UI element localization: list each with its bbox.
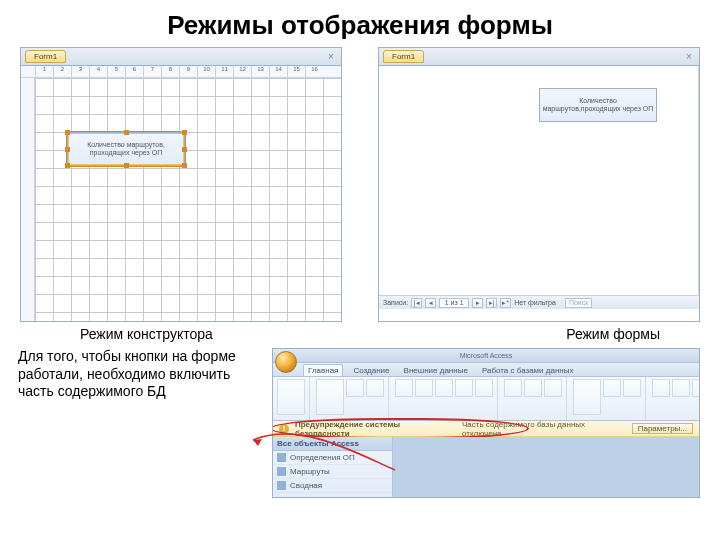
ribbon-button[interactable] <box>623 379 641 397</box>
navigation-pane[interactable]: Все объекты Access Определения ОП Маршру… <box>273 437 393 497</box>
ribbon-button[interactable] <box>573 379 601 415</box>
resize-handle[interactable] <box>65 130 70 135</box>
ruler-tick: 13 <box>251 66 269 77</box>
design-canvas[interactable]: − Область данных Количество маршрутов, п… <box>35 78 341 321</box>
form-view-window: Form1 × Количество маршрутов,проходящих … <box>378 47 700 322</box>
ribbon-button[interactable] <box>504 379 522 397</box>
nav-prev-button[interactable]: ◂ <box>425 298 436 308</box>
ruler-tick: 14 <box>269 66 287 77</box>
ribbon-button[interactable] <box>366 379 384 397</box>
ribbon-button[interactable] <box>652 379 670 397</box>
screenshots-row: Form1 × 1 2 3 4 5 6 7 8 9 10 11 12 13 14… <box>0 47 720 322</box>
ribbon-group <box>273 377 310 420</box>
navpane-item[interactable]: Маршруты <box>273 465 392 479</box>
note-text: Для того, чтобы кнопки на форме работали… <box>18 348 254 401</box>
navpane-item[interactable]: Определения ОП <box>273 451 392 465</box>
ribbon-button[interactable] <box>415 379 433 397</box>
resize-handle[interactable] <box>182 163 187 168</box>
warning-icon: ! <box>279 424 289 434</box>
ribbon-button[interactable] <box>277 379 305 415</box>
ruler-tick: 15 <box>287 66 305 77</box>
resize-handle[interactable] <box>124 163 129 168</box>
label-control: Количество маршрутов,проходящих через ОП <box>539 88 657 122</box>
slide-title: Режимы отображения формы <box>0 0 720 47</box>
label-control-selected[interactable]: Количество маршрутов, проходящих через О… <box>67 132 185 166</box>
navpane-item-label: Сводная <box>290 481 322 490</box>
ribbon-button[interactable] <box>672 379 690 397</box>
ribbon-button[interactable] <box>692 379 700 397</box>
form-tab[interactable]: Form1 <box>25 50 66 63</box>
resize-handle[interactable] <box>182 147 187 152</box>
ruler-tick: 16 <box>305 66 323 77</box>
ribbon-group <box>500 377 567 420</box>
close-icon[interactable]: × <box>683 51 695 63</box>
nav-first-button[interactable]: |◂ <box>411 298 422 308</box>
nav-next-button[interactable]: ▸ <box>472 298 483 308</box>
ruler-tick: 7 <box>143 66 161 77</box>
ribbon-button[interactable] <box>603 379 621 397</box>
ribbon-group <box>648 377 700 420</box>
ruler-tick: 11 <box>215 66 233 77</box>
resize-handle[interactable] <box>124 130 129 135</box>
access-ribbon-window: Microsoft Access Главная Создание Внешни… <box>272 348 700 498</box>
ruler-tick: 5 <box>107 66 125 77</box>
bottom-row: Для того, чтобы кнопки на форме работали… <box>0 342 720 498</box>
ribbon-group <box>312 377 389 420</box>
resize-handle[interactable] <box>65 163 70 168</box>
ruler-horizontal: 1 2 3 4 5 6 7 8 9 10 11 12 13 14 15 16 <box>21 66 341 78</box>
navpane-item-label: Маршруты <box>290 467 330 476</box>
ruler-tick: 10 <box>197 66 215 77</box>
label-control-text: Количество маршрутов, проходящих через О… <box>70 141 182 156</box>
warning-label: Предупреждение системы безопасности <box>295 420 456 438</box>
ruler-tick: 12 <box>233 66 251 77</box>
form-tab[interactable]: Form1 <box>383 50 424 63</box>
ribbon-button[interactable] <box>346 379 364 397</box>
design-caption: Режим конструктора <box>80 326 213 342</box>
resize-handle[interactable] <box>65 147 70 152</box>
form-caption: Режим формы <box>566 326 660 342</box>
navpane-header[interactable]: Все объекты Access <box>273 437 392 451</box>
titlebar: Microsoft Access <box>273 349 699 363</box>
ruler-tick: 9 <box>179 66 197 77</box>
grid-surface[interactable]: Количество маршрутов, проходящих через О… <box>35 78 341 321</box>
ribbon-tab-dbtools[interactable]: Работа с базами данных <box>478 365 578 376</box>
label-control-text: Количество маршрутов,проходящих через ОП <box>542 97 654 112</box>
close-icon[interactable]: × <box>325 51 337 63</box>
warning-options-button[interactable]: Параметры... <box>632 423 693 434</box>
ruler-tick: 2 <box>53 66 71 77</box>
ribbon-button[interactable] <box>524 379 542 397</box>
ribbon-button[interactable] <box>395 379 413 397</box>
ribbon-button[interactable] <box>475 379 493 397</box>
document-area <box>393 437 699 497</box>
ribbon-button[interactable] <box>316 379 344 415</box>
record-position[interactable]: 1 из 1 <box>439 298 469 308</box>
ribbon-body <box>273 377 699 421</box>
table-icon <box>277 481 286 490</box>
ribbon-tab-home[interactable]: Главная <box>303 364 343 376</box>
office-orb-icon[interactable] <box>275 351 297 373</box>
ruler-vertical <box>21 78 35 321</box>
filter-label: Нет фильтра <box>514 299 556 306</box>
ribbon-tab-create[interactable]: Создание <box>349 365 393 376</box>
ribbon-tab-external[interactable]: Внешние данные <box>400 365 472 376</box>
records-label: Записи: <box>383 299 408 306</box>
form-canvas[interactable]: Количество маршрутов,проходящих через ОП <box>379 66 699 295</box>
table-icon <box>277 467 286 476</box>
ribbon-button[interactable] <box>455 379 473 397</box>
design-tabbar: Form1 × <box>21 48 341 66</box>
ruler-tick: 3 <box>71 66 89 77</box>
nav-last-button[interactable]: ▸| <box>486 298 497 308</box>
form-tabbar: Form1 × <box>379 48 699 66</box>
ruler-tick: 8 <box>161 66 179 77</box>
nav-new-button[interactable]: ▸* <box>500 298 511 308</box>
navpane-item[interactable]: Сводная <box>273 479 392 493</box>
resize-handle[interactable] <box>182 130 187 135</box>
ribbon-button[interactable] <box>435 379 453 397</box>
ribbon-tabs: Главная Создание Внешние данные Работа с… <box>273 363 699 377</box>
search-box[interactable]: Поиск <box>565 298 592 308</box>
table-icon <box>277 453 286 462</box>
ruler-tick: 6 <box>125 66 143 77</box>
design-view-window: Form1 × 1 2 3 4 5 6 7 8 9 10 11 12 13 14… <box>20 47 342 322</box>
captions-row: Режим конструктора Режим формы <box>0 322 720 342</box>
ribbon-button[interactable] <box>544 379 562 397</box>
